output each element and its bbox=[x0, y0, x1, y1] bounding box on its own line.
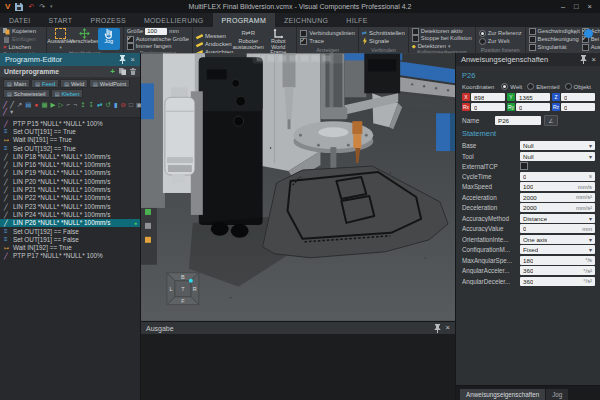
checkbox[interactable] bbox=[529, 36, 536, 43]
close-button[interactable]: × bbox=[588, 2, 592, 11]
radio[interactable] bbox=[501, 83, 508, 90]
close-icon[interactable]: × bbox=[446, 324, 450, 332]
radio[interactable] bbox=[527, 83, 534, 90]
statement-tool-icon[interactable]: ⇄ bbox=[97, 101, 102, 108]
swap-robot-button[interactable]: R⇄R Roboter austauschen bbox=[235, 28, 261, 54]
pin-icon[interactable] bbox=[119, 55, 126, 64]
undo-icon[interactable]: ↶ bbox=[28, 3, 34, 10]
robot-world-frame-button[interactable]: Robot World Frame verschieben bbox=[263, 28, 293, 54]
move-button[interactable]: Verschieben bbox=[74, 28, 96, 50]
user-avatar[interactable] bbox=[584, 29, 593, 38]
radio[interactable] bbox=[565, 83, 572, 90]
property-field[interactable]: 0s bbox=[520, 172, 595, 181]
property-dropdown[interactable]: Null▾ bbox=[520, 141, 595, 150]
statement-tool-icon[interactable]: ▾ bbox=[10, 108, 13, 115]
close-icon[interactable]: × bbox=[592, 56, 596, 64]
statement-tool-icon[interactable]: ▶ bbox=[51, 101, 56, 108]
paste-button[interactable]: Einfügen bbox=[3, 36, 36, 43]
statement-tool-icon[interactable]: ↧ bbox=[89, 101, 94, 108]
display-checkbox-row[interactable]: Verbindungslinien bbox=[300, 30, 355, 37]
name-field[interactable]: P26 bbox=[495, 116, 541, 125]
routine-chip[interactable]: ▤WeldPoint bbox=[89, 79, 130, 88]
ribbon-tab[interactable]: ZEICHNUNG bbox=[275, 13, 337, 27]
property-dropdown[interactable]: Fixed▾ bbox=[520, 245, 595, 254]
grid-checkbox-row[interactable]: Immer fangen bbox=[127, 43, 189, 50]
statement-tool-icon[interactable]: ● bbox=[34, 101, 38, 108]
statement-tool-icon[interactable]: ⌐ bbox=[67, 101, 71, 108]
viewport-3d[interactable]: B L T R F bbox=[141, 53, 455, 321]
property-field[interactable]: 2000mm/s² bbox=[520, 193, 595, 202]
viewport-floating-toolbar[interactable] bbox=[253, 53, 345, 63]
routine-chip[interactable]: ▤Kleben bbox=[51, 89, 84, 98]
property-field[interactable]: 2000mm/s² bbox=[520, 203, 595, 212]
ribbon-tab[interactable]: PROZESS bbox=[81, 13, 135, 27]
coord-mode-radio[interactable]: Welt bbox=[501, 83, 522, 90]
panel-tab[interactable]: Jog bbox=[546, 389, 568, 400]
statement-row[interactable]: ≡ Set OUT[191] == True ● bbox=[0, 127, 140, 135]
grid-checkbox-row[interactable]: Automatische Größe bbox=[127, 36, 189, 43]
statement-tool-icon[interactable]: ↗ bbox=[17, 101, 22, 108]
statement-tool-icon[interactable]: ▦ bbox=[41, 101, 47, 108]
statement-row[interactable]: ╱ LIN P20 *NULL* *NULL* 100mm/s ● bbox=[0, 177, 140, 185]
property-field[interactable]: 100mm/s bbox=[520, 182, 595, 191]
property-dropdown[interactable]: Null▾ bbox=[520, 152, 595, 161]
copy-button[interactable]: Kopieren bbox=[3, 28, 36, 35]
property-dropdown[interactable]: One axis▾ bbox=[520, 235, 595, 244]
statement-row[interactable]: ≡ Set OUT[192] == False ● bbox=[0, 227, 140, 235]
property-checkbox[interactable] bbox=[520, 162, 528, 170]
radio[interactable] bbox=[479, 30, 486, 37]
limits-checkbox-row[interactable]: Singularität bbox=[529, 44, 580, 51]
redo-icon[interactable]: ↷ bbox=[39, 3, 45, 10]
checkbox[interactable] bbox=[127, 36, 134, 43]
close-icon[interactable]: × bbox=[131, 56, 135, 64]
statement-row[interactable]: ≡ Set OUT[192] == True ● bbox=[0, 144, 140, 152]
statement-row[interactable]: ╱ LIN P26 *NULL* *NULL* 100mm/s ● bbox=[0, 219, 140, 227]
duplicate-routine-icon[interactable] bbox=[119, 68, 126, 75]
statement-row[interactable]: ╱ LIN P18 *NULL* *NULL* 100mm/s ● bbox=[0, 152, 140, 160]
limits-checkbox-row[interactable]: Ausgabe Meldungs-Panel bbox=[582, 44, 600, 51]
checkbox[interactable] bbox=[412, 35, 419, 42]
view-cube-corner-dot[interactable] bbox=[189, 279, 193, 283]
statement-row[interactable]: ╱ LIN P16 *NULL* *NULL* 100mm/s ● bbox=[0, 160, 140, 168]
orientation-button[interactable]: ∠ bbox=[544, 115, 558, 126]
checkbox[interactable] bbox=[529, 28, 536, 35]
statement-row[interactable]: ╱ LIN P22 *NULL* *NULL* 100mm/s ● bbox=[0, 194, 140, 202]
property-field[interactable]: 180°/s bbox=[520, 256, 595, 265]
save-icon[interactable] bbox=[15, 3, 23, 11]
checkbox[interactable] bbox=[582, 44, 589, 51]
checkbox[interactable] bbox=[529, 44, 536, 51]
ribbon-tab[interactable]: HILFE bbox=[337, 13, 376, 27]
jog-button[interactable]: Jog bbox=[98, 28, 120, 50]
statement-row[interactable]: ╱ PTP P15 *NULL* *NULL* 100% ● bbox=[0, 119, 140, 127]
statement-tool-icon[interactable]: □ bbox=[129, 101, 133, 108]
limits-checkbox-row[interactable]: Geschwindigkeit bbox=[529, 28, 580, 35]
display-checkbox-row[interactable]: Trace bbox=[300, 38, 355, 45]
statement-row[interactable]: ↦ Wait IN[191] == True ● bbox=[0, 136, 140, 144]
checkbox[interactable] bbox=[300, 38, 307, 45]
statement-row[interactable]: ╱ LIN P19 *NULL* *NULL* 100mm/s ● bbox=[0, 169, 140, 177]
checkbox[interactable] bbox=[300, 30, 307, 37]
routine-chip[interactable]: ▤Main bbox=[3, 79, 30, 88]
select-button[interactable]: Auswählen▾ bbox=[50, 28, 72, 50]
output-body[interactable] bbox=[141, 334, 455, 400]
statement-tool-icon[interactable]: ¬ bbox=[73, 101, 77, 108]
statement-row[interactable]: ╱ LIN P24 *NULL* *NULL* 100mm/s ● bbox=[0, 210, 140, 218]
routine-chip[interactable]: ▤Schweissteil bbox=[3, 89, 50, 98]
ribbon-tab[interactable]: MODELLIERUNG bbox=[135, 13, 213, 27]
coordinate-input[interactable]: Ry 0 bbox=[507, 103, 550, 111]
coordinate-input[interactable]: Y 1365 bbox=[507, 93, 550, 101]
coordinate-input[interactable]: Z 0 bbox=[552, 93, 595, 101]
routine-chip[interactable]: ▤Weld bbox=[60, 79, 88, 88]
coord-mode-radio[interactable]: Elternteil bbox=[527, 83, 559, 90]
checkbox[interactable] bbox=[127, 43, 134, 50]
property-dropdown[interactable]: Distance▾ bbox=[520, 214, 595, 223]
coord-mode-radio[interactable]: Objekt bbox=[565, 83, 591, 90]
coordinate-input[interactable]: X 898 bbox=[462, 93, 505, 101]
ribbon-tab[interactable]: DATEI bbox=[0, 13, 40, 27]
quick-access-menu-icon[interactable]: ▾ bbox=[50, 3, 53, 10]
ribbon-tab[interactable]: PROGRAMM bbox=[213, 13, 275, 27]
fix-radio-row[interactable]: Zur Welt bbox=[479, 38, 522, 45]
coordinate-input[interactable]: Rz 0 bbox=[552, 103, 595, 111]
fix-radio-row[interactable]: Zur Referenz bbox=[479, 30, 522, 37]
statement-row[interactable]: ╱ PTP P17 *NULL* *NULL* 100% ● bbox=[0, 252, 140, 260]
